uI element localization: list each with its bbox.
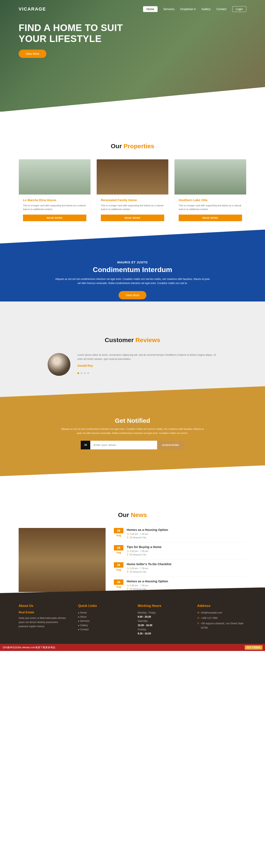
footer-location: ⚲+90 eqqursu dsdesdc, xxx Street State 3…: [197, 621, 246, 630]
footer-address-heading: Address: [197, 604, 246, 608]
property-card-title: Southern Lake Villa: [179, 198, 242, 202]
news-item[interactable]: 28 Aug Home Seller's To-Do Checklist ◷5.…: [114, 562, 246, 577]
news-title-b: News: [131, 512, 147, 518]
news-day: 28: [114, 580, 124, 585]
footer-hours: Working Hours Monday - Friday9.00 - 20.0…: [138, 604, 187, 636]
property-cards: Le Marche Etna House This is a longer ca…: [19, 159, 246, 225]
pin-icon: ⚲: [127, 553, 129, 556]
review-text: Lorem ipsum dolor sit amet, consectetur …: [77, 353, 217, 361]
news-month: Aug: [114, 551, 124, 554]
news-item-title: Tips for Buying a Home: [127, 545, 161, 549]
properties-section: Our Properties Le Marche Etna House This…: [0, 112, 265, 238]
news-title: Our News: [19, 512, 246, 519]
reviewer-name: Gerald Roy: [77, 364, 217, 367]
nav-home[interactable]: Home: [143, 6, 157, 12]
footer-link[interactable]: Services: [78, 619, 128, 623]
news-place: 25 Newyork City.: [130, 553, 147, 556]
carousel-dot[interactable]: [81, 372, 82, 374]
news-time: 5.00 pm - 7.30 pm: [130, 584, 148, 587]
footer-link[interactable]: About: [78, 615, 128, 619]
properties-title: Our Properties: [19, 143, 246, 150]
band-cta-button[interactable]: View More: [118, 291, 147, 299]
news-date: 28 Aug: [114, 545, 124, 557]
news-date: 28 Aug: [114, 562, 124, 574]
properties-title-b: Properties: [124, 143, 154, 150]
footer-quick-heading: Quick Links: [78, 604, 128, 608]
hero-body: FIND A HOME TO SUIT YOUR LIFESTYLE View …: [0, 12, 149, 68]
notify-section: Get Notified Aliquam ac est vel nisl con…: [0, 386, 265, 476]
hours-row: Monday - Friday9.00 - 20.00: [138, 611, 187, 619]
property-card: Le Marche Etna House This is a longer ca…: [19, 159, 91, 225]
band-desc: Aliquam ac est vel nisl condimentum inte…: [54, 277, 211, 285]
news-date: 28 Aug: [114, 528, 124, 539]
news-time: 5.00 pm - 7.30 pm: [130, 550, 148, 552]
property-image: [175, 159, 246, 194]
property-card-title: Renovated Family Home: [101, 198, 164, 202]
hero-cta-button[interactable]: View More: [19, 50, 46, 58]
footer-email[interactable]: ✉info@example.com: [197, 611, 246, 615]
clock-icon: ◷: [127, 584, 129, 587]
footer-about-heading: About Us: [19, 604, 68, 608]
footer-link[interactable]: Gallery: [78, 623, 128, 627]
reviews-title-a: Customer: [105, 337, 135, 343]
read-more-button[interactable]: READ MORE: [101, 215, 164, 221]
hero-section: VICARAGE Home Services Dropdown Gallery …: [0, 0, 265, 112]
hours-row: Sunday9.30 - 18.00: [138, 627, 187, 636]
notify-title-b: Notified: [127, 417, 150, 424]
footer-hours-heading: Working Hours: [138, 604, 187, 608]
subscribe-button[interactable]: SUBSCRIBE: [157, 441, 184, 450]
read-more-button[interactable]: READ MORE: [23, 215, 86, 221]
nav-gallery[interactable]: Gallery: [202, 7, 211, 11]
footer-link[interactable]: Contact: [78, 627, 128, 631]
news-date: 28 Aug: [114, 580, 124, 591]
news-item[interactable]: 28 Aug Homes as a Housing Option ◷5.00 p…: [114, 528, 246, 542]
properties-title-a: Our: [111, 143, 124, 150]
bottom-banner: 访问曲奇社区bbs.xleniao.com更新下载更多商品 前往下载模板: [0, 644, 265, 651]
news-item-title: Home Seller's To-Do Checklist: [127, 562, 171, 566]
news-item-title: Homes as a Housing Option: [127, 528, 168, 531]
phone-icon: ✆: [197, 616, 200, 620]
carousel-dot[interactable]: [84, 372, 86, 374]
footer-about-text: Nulla quis lorem ut libermalesuada ultri…: [19, 616, 68, 629]
banner-button[interactable]: 前往下载模板: [245, 645, 263, 650]
logo[interactable]: VICARAGE: [19, 6, 46, 12]
hours-row: Saturday10.00 - 16.00: [138, 619, 187, 627]
news-list: 28 Aug Homes as a Housing Option ◷5.00 p…: [114, 528, 246, 594]
band-title: Condimentum Interdum: [19, 266, 246, 274]
footer: About Us Real Estate Nulla quis lorem ut…: [0, 588, 265, 644]
footer-address: Address ✉info@example.com ✆+456 123 7890…: [197, 604, 246, 636]
notify-desc: Aliquam ac est vel nisl condimentum inte…: [60, 427, 205, 435]
pin-icon: ⚲: [197, 621, 199, 630]
read-more-button[interactable]: READ MORE: [179, 215, 242, 221]
nav-dropdown[interactable]: Dropdown: [180, 7, 196, 11]
news-day: 28: [114, 545, 124, 551]
news-image: [19, 528, 106, 592]
avatar: [48, 353, 71, 376]
news-place: 25 Newyork City.: [130, 570, 147, 573]
review-item: Lorem ipsum dolor sit amet, consectetur …: [48, 353, 217, 376]
nav-services[interactable]: Services: [163, 7, 175, 11]
nav-contact[interactable]: Contact: [216, 7, 226, 11]
clock-icon: ◷: [127, 550, 129, 553]
carousel-dot[interactable]: [77, 372, 79, 374]
nav-login[interactable]: Login: [232, 6, 246, 12]
email-input[interactable]: [90, 441, 157, 450]
news-time: 5.00 pm - 7.30 pm: [130, 567, 148, 569]
carousel-dot[interactable]: [87, 372, 89, 374]
pin-icon: ⚲: [127, 588, 129, 590]
property-image: [97, 159, 168, 194]
news-month: Aug: [114, 568, 124, 571]
property-card-desc: This is a longer card with supporting te…: [23, 204, 86, 211]
footer-link[interactable]: Home: [78, 611, 128, 615]
news-month: Aug: [114, 534, 124, 537]
mail-icon: ✉: [197, 611, 200, 615]
pin-icon: ⚲: [127, 570, 129, 573]
news-item[interactable]: 28 Aug Tips for Buying a Home ◷5.00 pm -…: [114, 545, 246, 559]
property-image: [19, 159, 90, 194]
property-card-desc: This is a longer card with supporting te…: [101, 204, 164, 211]
notify-title-a: Get: [115, 417, 127, 424]
reviews-title: Customer Reviews: [19, 337, 246, 344]
nav-links: Home Services Dropdown Gallery Contact L…: [143, 6, 246, 12]
news-month: Aug: [114, 585, 124, 588]
footer-phone[interactable]: ✆+456 123 7890: [197, 616, 246, 620]
